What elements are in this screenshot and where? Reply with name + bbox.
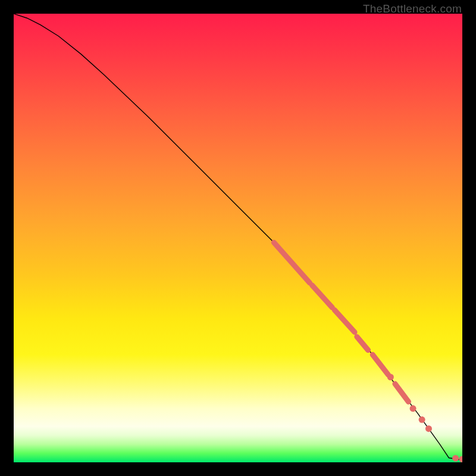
highlight-point <box>419 416 425 423</box>
highlight-point <box>387 374 394 380</box>
highlight-segment <box>357 337 368 350</box>
highlight-point <box>410 405 416 412</box>
highlight-segment <box>395 384 409 402</box>
chart-overlay <box>14 14 462 462</box>
chart-frame: TheBottleneck.com <box>0 0 476 476</box>
curve-line <box>14 14 462 460</box>
highlight-point <box>459 456 463 462</box>
highlight-segment <box>312 285 332 308</box>
highlight-point <box>452 455 459 462</box>
highlight-segment <box>334 310 355 333</box>
highlight-point <box>425 425 432 432</box>
highlight-segment <box>274 243 309 283</box>
plot-area <box>14 14 462 462</box>
highlight-segment <box>372 355 388 375</box>
